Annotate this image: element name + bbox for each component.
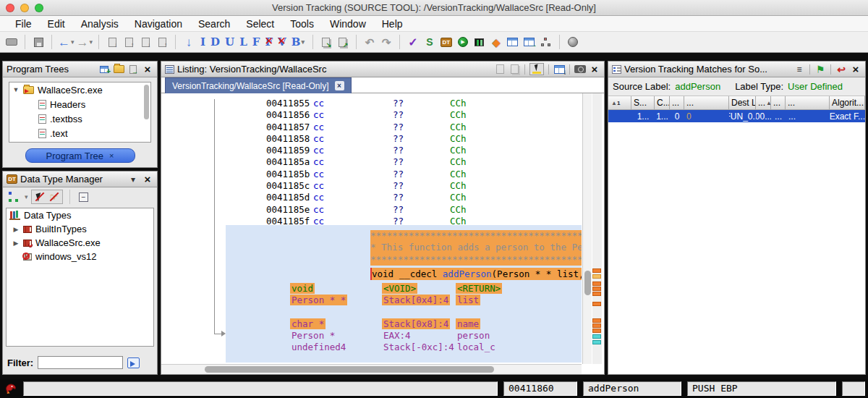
zoom-window-button[interactable] (35, 4, 43, 12)
matches-table-body[interactable] (608, 122, 865, 374)
redo-button[interactable]: ↷ (379, 34, 393, 50)
change-marker[interactable] (592, 281, 601, 286)
tree-item-root[interactable]: Data Types (7, 208, 153, 222)
letter-action-button[interactable]: B▾ (289, 35, 307, 48)
disable-pointer-filter-button[interactable] (33, 191, 46, 203)
menu-item[interactable]: Help (374, 18, 411, 30)
scrollbar-thumb[interactable] (584, 271, 591, 295)
column-header[interactable]: S... (631, 96, 655, 110)
column-header[interactable]: C... (655, 96, 670, 110)
paste-special-button[interactable]: ↑ (122, 34, 136, 50)
disassembly-row[interactable]: 0041185e cc ?? CCh (266, 204, 467, 216)
scrollbar-thumb[interactable] (205, 366, 494, 373)
paste-button[interactable] (509, 64, 520, 75)
copy-button[interactable] (494, 64, 506, 75)
layout-dropdown-icon[interactable]: ▾ (25, 193, 28, 200)
back-button[interactable]: ←▾ (58, 34, 75, 50)
layout-button[interactable] (7, 189, 21, 205)
variable-row[interactable]: void <VOID> <RETURN> (161, 283, 582, 295)
import-tree-button[interactable]: → (127, 64, 139, 75)
minimize-window-button[interactable] (20, 4, 29, 12)
tree-item[interactable]: Headers (9, 97, 150, 111)
expand-icon[interactable]: ▶ (12, 226, 20, 233)
tree-scrollbar[interactable] (144, 85, 149, 119)
tree-item[interactable]: .textbss (9, 111, 150, 126)
letter-action-button[interactable]: V× (276, 35, 289, 48)
table-export-button[interactable]: → (522, 34, 537, 50)
validate-button[interactable]: ✓ (406, 34, 420, 50)
table-options-button[interactable]: ≡ (793, 64, 805, 75)
filter-options-icon[interactable] (127, 357, 140, 368)
export-button[interactable]: ↗ (336, 34, 350, 50)
listing-header[interactable]: Listing: VersionTracking/WallaceSrc ↓ × (161, 62, 604, 77)
change-marker[interactable] (592, 323, 601, 328)
letter-action-button[interactable]: F (250, 35, 263, 48)
change-marker[interactable] (592, 329, 601, 333)
letter-action-button[interactable]: F× (263, 35, 276, 48)
disassembly-row[interactable]: 00411859 cc ?? CCh (266, 145, 467, 156)
change-marker[interactable] (592, 292, 601, 296)
function-signature[interactable]: void __cdecl addPerson(Person * * list, … (370, 268, 582, 280)
save-button[interactable] (31, 34, 46, 50)
tree-item[interactable]: ▶ WallaceSrc.exe (7, 236, 153, 250)
menu-item[interactable]: Analysis (73, 18, 127, 30)
menu-item[interactable]: Search (190, 18, 238, 30)
close-window-button[interactable] (6, 4, 14, 12)
forward-dropdown-icon[interactable]: ▾ (90, 38, 93, 46)
disassembly-row[interactable]: 00411858 cc ?? CCh (266, 133, 467, 145)
listing-view[interactable]: 00411855 cc ?? CCh 00411856 cc ?? CCh (161, 93, 582, 364)
letter-action-button[interactable]: U (223, 35, 237, 48)
menu-item[interactable]: Select (238, 18, 282, 30)
close-panel-button[interactable]: × (142, 64, 153, 75)
disassembly-row[interactable]: 00411855 cc ?? CCh (266, 98, 467, 109)
column-header[interactable]: Algorit... (830, 96, 865, 110)
letter-action-button[interactable]: D (208, 35, 223, 48)
disassembly-row[interactable]: 00411857 cc ?? CCh (266, 122, 467, 133)
horizontal-scrollbar[interactable] (161, 364, 582, 374)
menu-item[interactable]: Tools (282, 18, 322, 30)
listing-tab[interactable]: VersionTracking/WallaceSrc [Read-Only] × (165, 77, 352, 93)
disassembly-row[interactable]: 0041185c cc ?? CCh (266, 180, 467, 192)
tree-item-root[interactable]: ▼ WallaceSrc.exe (9, 82, 150, 97)
column-header[interactable]: ... (684, 96, 729, 110)
call-tree-button[interactable] (539, 34, 553, 50)
tree-item[interactable]: .text (9, 126, 150, 140)
change-marker[interactable] (592, 268, 601, 273)
disable-hand-filter-button[interactable]: ☞ (48, 191, 61, 203)
expand-icon[interactable]: ▶ (12, 240, 20, 247)
symbol-tree-button[interactable]: ◆ (489, 34, 503, 50)
menu-item[interactable]: Edit (40, 18, 73, 30)
close-panel-button[interactable]: × (142, 174, 153, 185)
forward-button[interactable]: →▾ (77, 34, 93, 50)
letter-action-button[interactable]: L (237, 35, 250, 48)
disassemble-button[interactable]: ↓ (182, 34, 196, 50)
open-tree-button[interactable] (113, 64, 124, 75)
disassembly-row[interactable]: 0041185a cc ?? CCh (266, 156, 467, 168)
data-type-manager-button[interactable]: DT (439, 34, 454, 50)
undo-button[interactable]: ↶ (362, 34, 377, 50)
disassembly-row[interactable]: 00411856 cc ?? CCh (266, 109, 467, 121)
change-marker[interactable] (592, 340, 601, 344)
column-header[interactable]: ... (771, 96, 786, 110)
collapse-icon[interactable]: ▼ (12, 86, 20, 93)
column-header[interactable]: ... (670, 96, 684, 110)
disassembly-row[interactable]: 0041185b cc ?? CCh (266, 169, 467, 180)
copy-special-button[interactable]: ↓ (105, 34, 119, 50)
column-header[interactable]: ▲ 1 (608, 96, 631, 110)
filter-input[interactable] (38, 356, 123, 369)
change-marker[interactable] (592, 334, 601, 339)
change-marker[interactable] (592, 318, 601, 323)
vertical-scrollbar[interactable] (582, 93, 592, 364)
run-button[interactable]: ▶ (456, 34, 470, 50)
change-marker[interactable] (592, 274, 601, 279)
panel-menu-button[interactable]: ▾ (127, 174, 139, 185)
revert-button[interactable]: ↩ (835, 64, 847, 75)
program-trees-header[interactable]: Program Trees + → × (3, 62, 157, 77)
variable-row[interactable]: char * Stack[0x8]:4 name (161, 318, 582, 330)
vt-matches-header[interactable]: Version Tracking Matches for So... ≡ ⚑ ↩… (608, 62, 865, 77)
copy-special-button-2[interactable]: ↓ (138, 34, 153, 50)
back-dropdown-icon[interactable]: ▾ (71, 38, 75, 46)
cursor-location-toggle[interactable] (529, 63, 544, 75)
letter-action-button[interactable]: I (198, 35, 208, 48)
column-header[interactable]: Dest La... (729, 96, 756, 110)
